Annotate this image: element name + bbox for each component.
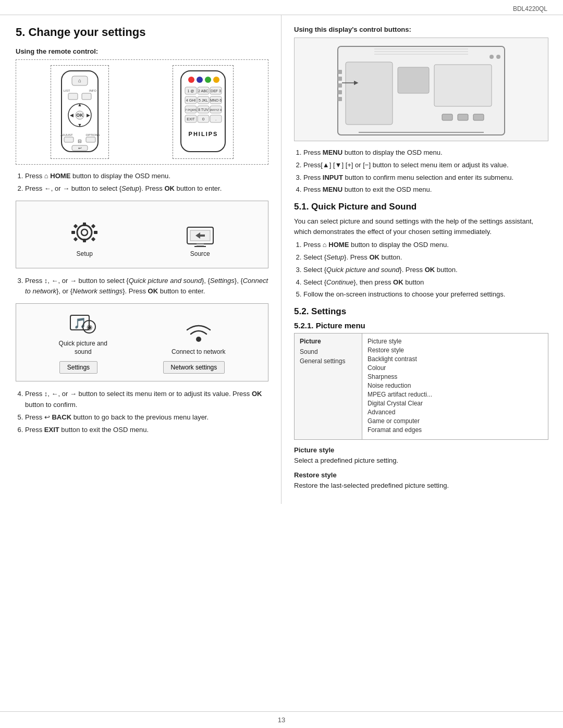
picture-menu-left: Picture Sound General settings [295, 334, 362, 439]
steps-4-6: Press ↕, ←, or → button to select its me… [16, 389, 268, 435]
display-step-3: Press INPUT button to confirm menu selec… [303, 172, 548, 183]
svg-rect-85 [473, 114, 484, 120]
left-column: 5. Change your settings Using the remote… [0, 15, 282, 504]
svg-rect-6 [82, 93, 91, 100]
steps-1-2: Press HOME button to display the OSD men… [16, 171, 268, 194]
using-display-label: Using this display's control buttons: [294, 26, 548, 33]
home-icon [44, 172, 48, 180]
svg-rect-17 [86, 137, 95, 142]
remote-left-svg: ⌂ LIST INFO OK ▲ ▼ ◀ ▶ [54, 68, 106, 154]
picture-menu-box: Picture Sound General settings Picture s… [294, 333, 548, 440]
svg-text:INFO: INFO [89, 89, 97, 92]
svg-text:7 PQRS: 7 PQRS [185, 108, 197, 112]
restore-style-desc: Restore the last-selected predefined pic… [294, 480, 548, 491]
svg-rect-76 [398, 67, 429, 93]
svg-text:0: 0 [202, 117, 205, 121]
picture-menu-right: Picture style Restore style Backlight co… [362, 334, 548, 439]
menu-box2-bottom: Settings Network settings [27, 361, 258, 374]
svg-text:▶: ▶ [87, 113, 90, 118]
quick-picture-icon: 🎵 ◉ [67, 311, 99, 338]
step-6: Press EXIT button to exit the OSD menu. [25, 425, 268, 436]
restore-style-heading: Restore style [294, 471, 548, 479]
s51-step-1: Press HOME button to display the OSD men… [303, 240, 548, 251]
source-label: Source [185, 250, 215, 258]
section-title: 5. Change your settings [16, 26, 268, 39]
svg-text:1 @: 1 @ [188, 89, 194, 93]
svg-rect-84 [458, 114, 468, 120]
menu-box-setup-source: Setup Source [16, 201, 268, 268]
svg-text:2 ABC: 2 ABC [198, 89, 209, 93]
display-steps: Press MENU button to display the OSD men… [294, 147, 548, 195]
settings-button[interactable]: Settings [59, 361, 97, 374]
pm-backlight: Backlight contrast [368, 355, 543, 363]
svg-rect-59 [74, 237, 78, 241]
svg-point-22 [188, 77, 194, 83]
svg-text:OK: OK [76, 113, 83, 118]
pm-colour: Colour [368, 364, 543, 372]
using-remote-label: Using the remote control: [16, 47, 268, 55]
svg-rect-5 [68, 93, 78, 100]
back-icon-inline: ↩ [44, 413, 50, 421]
svg-rect-81 [338, 90, 342, 94]
section-521-title: 5.2.1. Picture menu [294, 321, 548, 330]
source-monitor-icon [185, 225, 215, 249]
display-svg [333, 41, 510, 138]
setup-gear-icon [69, 220, 100, 249]
network-settings-button[interactable]: Network settings [163, 361, 225, 374]
svg-rect-54 [83, 239, 86, 242]
picture-style-heading: Picture style [294, 446, 548, 454]
pm-sharpness: Sharpness [368, 373, 543, 380]
pm-crystal: Digital Crystal Clear [368, 400, 543, 407]
svg-rect-77 [434, 65, 492, 106]
menu-box2-top: 🎵 ◉ Quick picture andsound Connect to [27, 311, 258, 356]
s51-step-5: Follow the on-screen instructions to cho… [303, 289, 548, 300]
remote-image-area: ⌂ LIST INFO OK ▲ ▼ ◀ ▶ [16, 59, 268, 165]
section-51-desc: You can select picture and sound setting… [294, 216, 548, 237]
section-51-steps: Press HOME button to display the OSD men… [294, 240, 548, 300]
svg-point-52 [81, 229, 88, 236]
svg-text:ADJUST: ADJUST [60, 133, 73, 137]
svg-rect-53 [83, 223, 86, 226]
svg-rect-56 [94, 231, 97, 234]
svg-text:DEF 3: DEF 3 [211, 89, 221, 93]
step-4: Press ↕, ←, or → button to select its me… [25, 389, 268, 411]
svg-rect-83 [442, 114, 452, 120]
display-step-2: Press[▲] [▼] [+] or [−] button to select… [303, 160, 548, 171]
pm-picture-style: Picture style [368, 338, 543, 345]
display-step-4: Press MENU button to exit the OSD menu. [303, 184, 548, 195]
menu-box2-quick: 🎵 ◉ Quick picture andsound Connect to [16, 303, 268, 381]
setup-label: Setup [69, 250, 100, 258]
svg-text:MNO 6: MNO 6 [210, 98, 222, 102]
connect-network-icon-item: Connect to network [172, 319, 225, 356]
svg-rect-78 [338, 70, 342, 74]
step-2: Press ←, or → button to select {Setup}. … [25, 183, 268, 194]
svg-text:▲: ▲ [78, 102, 82, 107]
svg-rect-55 [71, 231, 75, 234]
svg-text:⊟: ⊟ [78, 139, 82, 144]
source-icon-item: Source [185, 225, 215, 258]
svg-rect-80 [338, 83, 342, 88]
svg-rect-75 [346, 62, 393, 125]
svg-text:↩: ↩ [78, 146, 82, 151]
svg-rect-57 [74, 224, 78, 228]
model-number: BDL4220QL [513, 5, 547, 13]
pm-noise: Noise reduction [368, 382, 543, 389]
pm-game: Game or computer [368, 417, 543, 425]
step-1: Press HOME button to display the OSD men… [25, 171, 268, 182]
svg-point-24 [205, 77, 211, 83]
svg-rect-79 [338, 77, 342, 81]
picture-menu-sound: Sound [300, 348, 357, 355]
svg-point-25 [213, 77, 219, 83]
quick-picture-icon-item: 🎵 ◉ Quick picture andsound [59, 311, 107, 356]
svg-rect-82 [338, 97, 342, 101]
svg-point-51 [77, 225, 92, 240]
svg-text:4 GHI: 4 GHI [186, 98, 195, 102]
display-step-1: Press MENU button to display the OSD men… [303, 147, 548, 158]
pm-advanced: Advanced [368, 409, 543, 416]
svg-rect-60 [91, 237, 95, 241]
svg-text:LIST: LIST [64, 89, 70, 92]
svg-text:.: . [215, 117, 216, 121]
s51-step-4: Select {Continue}, then press OK button [303, 277, 548, 288]
display-image-area [294, 38, 548, 141]
connect-network-label: Connect to network [172, 348, 225, 356]
